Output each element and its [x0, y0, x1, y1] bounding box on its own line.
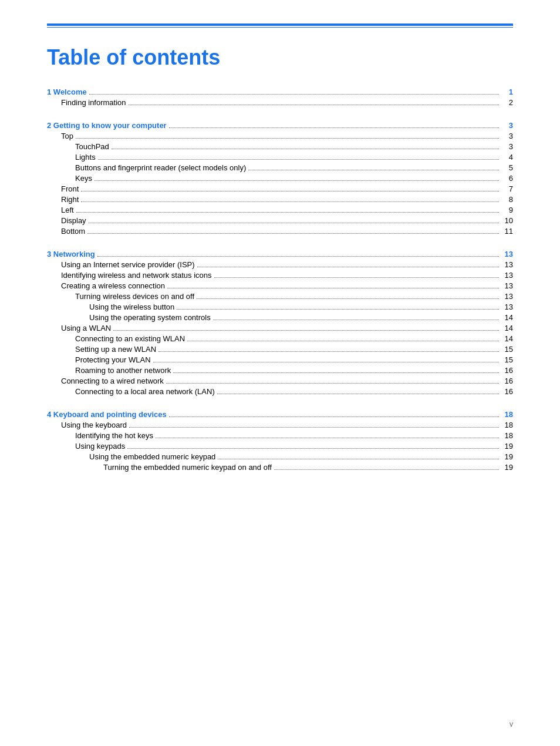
toc-dots	[214, 277, 499, 278]
toc-row[interactable]: Setting up a new WLAN15	[47, 345, 513, 354]
toc-entry-label: Finding information	[61, 98, 126, 107]
toc-row[interactable]: 2 Getting to know your computer3	[47, 121, 513, 130]
toc-entry-label: 1 Welcome	[47, 88, 87, 96]
toc-row[interactable]: Display10	[47, 216, 513, 225]
toc-page-number: 15	[501, 355, 513, 364]
toc-page-number: 13	[501, 303, 513, 311]
toc-page-number: 14	[501, 324, 513, 332]
top-border-thin	[47, 27, 513, 28]
toc-entry-label: Bottom	[61, 227, 85, 236]
toc-dots	[98, 159, 499, 160]
toc-dots	[173, 372, 499, 373]
toc-row[interactable]: Turning wireless devices on and off13	[47, 292, 513, 301]
toc-row[interactable]: Left9	[47, 206, 513, 214]
toc-page-number: 13	[501, 260, 513, 269]
toc-dots	[197, 298, 499, 299]
toc-dots	[112, 149, 499, 149]
toc-dots	[81, 191, 499, 191]
toc-row[interactable]: Buttons and fingerprint reader (select m…	[47, 163, 513, 172]
toc-row[interactable]: Using the embedded numeric keypad19	[47, 452, 513, 461]
toc-page-number: 13	[501, 292, 513, 301]
toc-entry-label: Using the wireless button	[89, 303, 174, 311]
toc-section: 2 Getting to know your computer3Top3Touc…	[47, 121, 513, 236]
toc-dots	[248, 170, 499, 170]
toc-entry-label: Right	[61, 195, 79, 204]
toc-page-number: 13	[501, 271, 513, 280]
toc-page-number: 9	[501, 206, 513, 214]
toc-row[interactable]: Creating a wireless connection13	[47, 281, 513, 290]
toc-page-number: 14	[501, 334, 513, 343]
toc-dots	[153, 362, 499, 362]
toc-entry-label: Connecting to a local area network (LAN)	[75, 387, 215, 396]
toc-dots	[76, 138, 499, 139]
toc-dots	[87, 233, 499, 234]
toc-row[interactable]: Using the keyboard18	[47, 421, 513, 429]
toc-page-number: 2	[501, 98, 513, 107]
toc-container: 1 Welcome1Finding information22 Getting …	[47, 88, 513, 472]
toc-page-number: 19	[501, 452, 513, 461]
toc-row[interactable]: Protecting your WLAN15	[47, 355, 513, 364]
toc-entry-label: Roaming to another network	[75, 366, 171, 375]
toc-page-number: 13	[501, 281, 513, 290]
toc-row[interactable]: Turning the embedded numeric keypad on a…	[47, 463, 513, 472]
toc-row[interactable]: Front7	[47, 184, 513, 193]
toc-section: 4 Keyboard and pointing devices18Using t…	[47, 410, 513, 472]
toc-row[interactable]: Bottom11	[47, 227, 513, 236]
toc-row[interactable]: Connecting to a wired network16	[47, 377, 513, 385]
toc-entry-label: Protecting your WLAN	[75, 355, 151, 364]
toc-page-number: 3	[501, 142, 513, 151]
toc-dots	[274, 469, 499, 470]
toc-page-number: 16	[501, 366, 513, 375]
toc-row[interactable]: Top3	[47, 132, 513, 140]
toc-entry-label: Buttons and fingerprint reader (select m…	[75, 163, 246, 172]
toc-entry-label: 2 Getting to know your computer	[47, 121, 167, 130]
toc-row[interactable]: 1 Welcome1	[47, 88, 513, 96]
toc-entry-label: Using the operating system controls	[89, 313, 211, 322]
toc-entry-label: Setting up a new WLAN	[75, 345, 156, 354]
toc-row[interactable]: Using a WLAN14	[47, 324, 513, 332]
toc-page-number: 3	[501, 121, 513, 130]
toc-row[interactable]: 3 Networking13	[47, 250, 513, 258]
toc-row[interactable]: 4 Keyboard and pointing devices18	[47, 410, 513, 419]
toc-row[interactable]: Connecting to an existing WLAN14	[47, 334, 513, 343]
toc-entry-label: Keys	[75, 174, 92, 183]
toc-dots	[97, 256, 499, 257]
toc-row[interactable]: Roaming to another network16	[47, 366, 513, 375]
toc-dots	[95, 180, 499, 181]
toc-row[interactable]: Identifying wireless and network status …	[47, 271, 513, 280]
toc-row[interactable]: Connecting to a local area network (LAN)…	[47, 387, 513, 396]
toc-row[interactable]: Using an Internet service provider (ISP)…	[47, 260, 513, 269]
toc-page-number: 19	[501, 442, 513, 451]
toc-entry-label: Using the embedded numeric keypad	[89, 452, 215, 461]
toc-page-number: 11	[501, 227, 513, 236]
toc-row[interactable]: Identifying the hot keys18	[47, 431, 513, 440]
toc-row[interactable]: Using the operating system controls14	[47, 313, 513, 322]
toc-row[interactable]: Right8	[47, 195, 513, 204]
toc-entry-label: Front	[61, 184, 79, 193]
toc-page-number: 15	[501, 345, 513, 354]
toc-row[interactable]: Using keypads19	[47, 442, 513, 451]
toc-row[interactable]: Finding information2	[47, 98, 513, 107]
toc-row[interactable]: Keys6	[47, 174, 513, 183]
toc-dots	[213, 320, 499, 320]
toc-entry-label: 3 Networking	[47, 250, 95, 258]
toc-dots	[187, 341, 499, 341]
toc-page-number: 1	[501, 88, 513, 96]
toc-page-number: 7	[501, 184, 513, 193]
top-border-thick	[47, 23, 513, 26]
toc-entry-label: Using an Internet service provider (ISP)	[61, 260, 195, 269]
toc-entry-label: Using a WLAN	[61, 324, 111, 332]
page-title: Table of contents	[47, 45, 513, 70]
toc-dots	[129, 105, 499, 105]
toc-row[interactable]: Lights4	[47, 153, 513, 162]
toc-dots	[167, 288, 499, 288]
toc-dots	[158, 351, 499, 352]
toc-dots	[129, 427, 499, 428]
toc-dots	[156, 438, 499, 438]
toc-dots	[177, 309, 499, 310]
toc-row[interactable]: Using the wireless button13	[47, 303, 513, 311]
toc-entry-label: Identifying the hot keys	[75, 431, 153, 440]
toc-section: 1 Welcome1Finding information2	[47, 88, 513, 107]
toc-row[interactable]: TouchPad3	[47, 142, 513, 151]
toc-page-number: 16	[501, 387, 513, 396]
